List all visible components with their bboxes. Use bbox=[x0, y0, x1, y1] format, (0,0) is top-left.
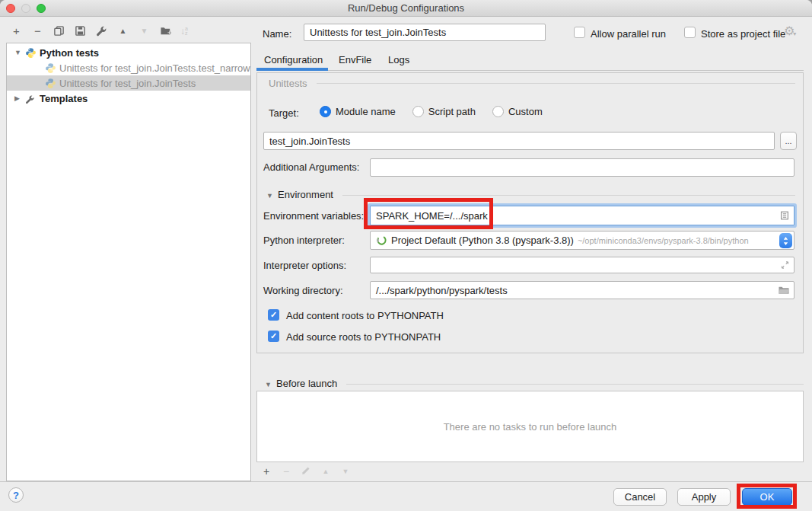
radio-custom[interactable] bbox=[492, 106, 504, 117]
tree-node-label: Unittests for test_join.JoinTests.test_n… bbox=[59, 62, 250, 74]
move-down-icon: ▼ bbox=[138, 24, 151, 37]
python-interpreter-select[interactable]: Project Default (Python 3.8 (pyspark-3.8… bbox=[370, 231, 794, 250]
working-directory-label: Working directory: bbox=[263, 285, 343, 296]
name-label: Name: bbox=[263, 28, 291, 40]
python-interpreter-path: ~/opt/miniconda3/envs/pyspark-3.8/bin/py… bbox=[578, 236, 749, 245]
expand-field-icon[interactable] bbox=[780, 260, 790, 270]
templates-wrench-icon bbox=[25, 93, 37, 104]
tree-node-jointests-selected[interactable]: Unittests for test_join.JoinTests bbox=[7, 75, 250, 91]
edit-templates-icon[interactable] bbox=[95, 24, 108, 37]
new-folder-icon[interactable] bbox=[159, 24, 172, 37]
add-content-roots-checkbox[interactable]: ✓ bbox=[268, 309, 279, 321]
radio-custom-label[interactable]: Custom bbox=[508, 106, 543, 117]
working-directory-value: /.../spark/python/pyspark/tests bbox=[376, 285, 508, 296]
additional-arguments-input[interactable] bbox=[370, 158, 794, 177]
allow-parallel-run-label: Allow parallel run bbox=[591, 28, 666, 40]
python-test-icon bbox=[45, 78, 56, 89]
radio-module-name-label[interactable]: Module name bbox=[336, 106, 396, 117]
add-configuration-icon[interactable]: + bbox=[10, 24, 23, 37]
sort-configurations-icon: ↓ az bbox=[180, 26, 188, 37]
group-divider bbox=[346, 384, 804, 385]
before-launch-section-title: Before launch bbox=[276, 378, 337, 389]
group-divider bbox=[317, 83, 795, 84]
configurations-toolbar: + − ▲ ▼ ↓ az bbox=[10, 24, 188, 37]
before-launch-empty-text: There are no tasks to run before launch bbox=[444, 421, 617, 433]
python-interpreter-label: Python interpreter: bbox=[263, 235, 345, 246]
footer-divider bbox=[0, 481, 812, 482]
remove-task-icon: − bbox=[281, 465, 291, 477]
environment-section-title: Environment bbox=[278, 189, 333, 200]
add-task-icon[interactable]: + bbox=[261, 465, 272, 477]
configurations-tree: ▼ Python tests Unittests for test_join.J… bbox=[6, 43, 251, 481]
target-label: Target: bbox=[269, 107, 299, 119]
folder-icon[interactable] bbox=[778, 285, 790, 295]
python-interpreter-value: Project Default (Python 3.8 (pyspark-3.8… bbox=[391, 235, 574, 246]
chevron-right-icon[interactable]: ▶ bbox=[14, 94, 24, 102]
store-as-project-file-checkbox[interactable] bbox=[684, 27, 696, 38]
tab-logs[interactable]: Logs bbox=[388, 54, 409, 65]
add-source-roots-label: Add source roots to PYTHONPATH bbox=[286, 331, 441, 343]
python-tests-icon bbox=[25, 47, 37, 59]
tab-divider bbox=[328, 70, 804, 71]
apply-button[interactable]: Apply bbox=[677, 488, 731, 506]
dropdown-stepper-icon[interactable] bbox=[779, 233, 792, 248]
target-radio-group: Module name Script path Custom bbox=[320, 106, 559, 117]
annotation-ok-highlight bbox=[737, 484, 797, 509]
tree-node-label: Python tests bbox=[40, 47, 99, 59]
edit-variables-icon[interactable] bbox=[779, 210, 790, 221]
radio-script-path-label[interactable]: Script path bbox=[428, 106, 476, 117]
move-task-up-icon: ▲ bbox=[320, 468, 331, 475]
move-task-down-icon: ▼ bbox=[340, 468, 351, 475]
browse-button[interactable]: ... bbox=[780, 132, 797, 150]
environment-variables-label: Environment variables: bbox=[263, 210, 364, 222]
collapse-before-launch-icon[interactable]: ▼ bbox=[265, 381, 272, 388]
save-configuration-icon[interactable] bbox=[74, 24, 87, 37]
tree-node-label: Unittests for test_join.JoinTests bbox=[59, 78, 196, 89]
copy-configuration-icon[interactable] bbox=[53, 24, 65, 37]
radio-script-path[interactable] bbox=[412, 106, 424, 117]
window-title: Run/Debug Configurations bbox=[0, 2, 812, 14]
before-launch-task-list[interactable]: There are no tasks to run before launch bbox=[256, 391, 804, 462]
annotation-env-vars-highlight bbox=[364, 198, 493, 229]
configuration-panel: Unittests Target: Module name Script pat… bbox=[256, 72, 804, 353]
move-up-icon[interactable]: ▲ bbox=[116, 24, 129, 37]
before-launch-toolbar: + − ▲ ▼ bbox=[261, 465, 351, 477]
unittests-group-title: Unittests bbox=[269, 78, 307, 89]
name-input[interactable]: Unittests for test_join.JoinTests bbox=[304, 24, 546, 41]
run-debug-configurations-dialog: Run/Debug Configurations + − ▲ ▼ ↓ az ▼ bbox=[0, 0, 812, 511]
help-button[interactable]: ? bbox=[8, 487, 24, 503]
active-tab-underline bbox=[256, 68, 328, 71]
tree-node-python-tests[interactable]: ▼ Python tests bbox=[7, 45, 250, 60]
python-test-icon bbox=[45, 62, 56, 74]
cancel-button[interactable]: Cancel bbox=[613, 488, 667, 506]
chevron-down-icon[interactable]: ▼ bbox=[14, 49, 24, 56]
gear-icon[interactable]: ⚙▾ bbox=[784, 24, 796, 38]
tree-node-label: Templates bbox=[40, 93, 88, 104]
collapse-environment-icon[interactable]: ▼ bbox=[266, 192, 273, 200]
store-as-project-file-label: Store as project file bbox=[701, 28, 785, 40]
edit-task-icon bbox=[301, 465, 311, 477]
add-content-roots-label: Add content roots to PYTHONPATH bbox=[286, 310, 444, 321]
additional-arguments-label: Additional Arguments: bbox=[263, 161, 359, 173]
radio-module-name[interactable] bbox=[320, 106, 331, 117]
group-divider bbox=[342, 195, 795, 196]
tab-envfile[interactable]: EnvFile bbox=[339, 54, 371, 65]
module-name-input[interactable]: test_join.JoinTests bbox=[263, 132, 775, 150]
allow-parallel-run-checkbox[interactable] bbox=[574, 27, 585, 38]
conda-env-icon bbox=[376, 235, 387, 246]
remove-configuration-icon[interactable]: − bbox=[31, 24, 44, 37]
tree-node-templates[interactable]: ▶ Templates bbox=[7, 91, 250, 106]
add-source-roots-checkbox[interactable]: ✓ bbox=[268, 331, 279, 342]
tab-configuration[interactable]: Configuration bbox=[264, 54, 323, 65]
interpreter-options-label: Interpreter options: bbox=[263, 260, 346, 271]
interpreter-options-input[interactable] bbox=[370, 257, 794, 273]
tree-node-test-narrow[interactable]: Unittests for test_join.JoinTests.test_n… bbox=[7, 60, 250, 75]
title-bar: Run/Debug Configurations bbox=[0, 0, 812, 17]
working-directory-input[interactable]: /.../spark/python/pyspark/tests bbox=[370, 281, 794, 299]
